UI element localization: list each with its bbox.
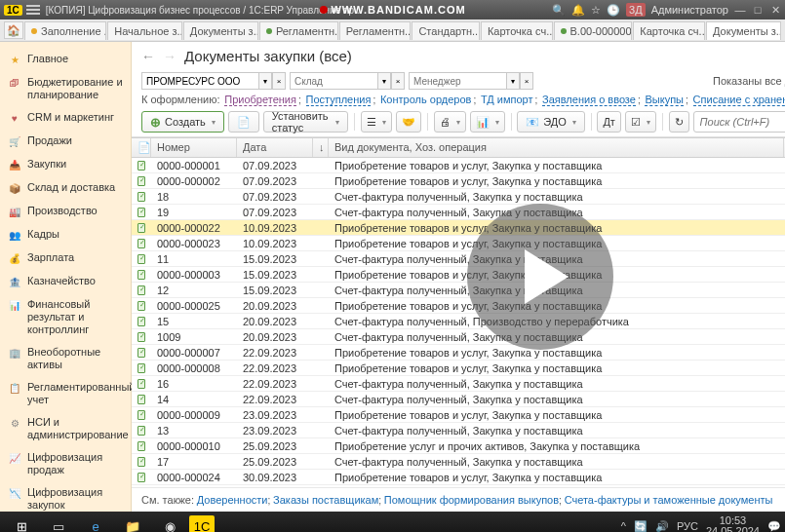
sidebar-item[interactable]: ★Главное	[0, 48, 131, 71]
link-storage[interactable]: Списание с хранения	[693, 94, 785, 106]
warehouse-clear-icon[interactable]: ×	[391, 72, 405, 90]
tab[interactable]: Стандартн...×	[412, 21, 479, 40]
warehouse-dropdown-icon[interactable]: ▾	[377, 72, 391, 90]
org-clear-icon[interactable]: ×	[272, 72, 286, 90]
sidebar-item[interactable]: 📈Цифровизация продаж	[0, 446, 131, 481]
table-row[interactable]: 1422.09.2023Счет-фактура полученный, Зак…	[132, 392, 785, 407]
edo-button[interactable]: 📧 ЭДО▾	[517, 111, 585, 133]
sidebar-item[interactable]: 📦Склад и доставка	[0, 176, 131, 200]
table-row[interactable]: 0000-00000923.09.2023Приобретение товаро…	[132, 407, 785, 423]
home-tab[interactable]: 🏠	[4, 21, 23, 39]
create-button[interactable]: ⊕Создать▾	[141, 111, 224, 133]
col-icon[interactable]: 📄	[132, 138, 151, 157]
table-row[interactable]: 0000-00001025.09.2023Приобретение услуг …	[132, 438, 785, 454]
refresh-button[interactable]: ↻	[669, 111, 689, 133]
table-row[interactable]: 0000-00002310.09.2023Приобретение товаро…	[132, 236, 785, 251]
dt-button[interactable]: Дт	[597, 111, 621, 133]
sidebar-item[interactable]: 📊Финансовый результат и контроллинг	[0, 293, 131, 341]
back-icon[interactable]: ←	[141, 49, 155, 64]
footer-link-1[interactable]: Доверенности	[197, 494, 268, 506]
data-grid[interactable]: 📄 Номер Дата ↓ Вид документа, Хоз. опера…	[132, 137, 785, 487]
table-row[interactable]: 0000-00000722.09.2023Приобретение товаро…	[132, 345, 785, 361]
history-icon[interactable]: 🕒	[607, 4, 620, 17]
chrome-icon[interactable]: ◉	[152, 513, 187, 532]
col-number[interactable]: Номер	[151, 138, 237, 157]
table-row[interactable]: 1115.09.2023Счет-фактура полученный, Зак…	[132, 251, 785, 267]
menu-icon[interactable]	[26, 5, 40, 15]
manager-filter[interactable]	[409, 72, 506, 90]
table-row[interactable]: 0000-00000107.09.2023Приобретение товаро…	[132, 158, 785, 173]
table-row[interactable]: 1622.09.2023Счет-фактура полученный, Зак…	[132, 376, 785, 392]
ie-icon[interactable]: e	[78, 513, 113, 532]
sidebar-item[interactable]: 🏭Производство	[0, 200, 131, 223]
tray-lang[interactable]: РУС	[677, 520, 698, 532]
tray-up-icon[interactable]: ^	[621, 520, 626, 532]
maximize-icon[interactable]: □	[752, 4, 764, 16]
col-date[interactable]: Дата	[237, 138, 313, 157]
print-button[interactable]: 🖨▾	[434, 111, 466, 133]
sidebar-item[interactable]: 👥Кадры	[0, 223, 131, 247]
sidebar-item[interactable]: 🏢Внеоборотные активы	[0, 341, 131, 376]
user-badge[interactable]: 3Д	[626, 3, 646, 17]
col-status[interactable]: ↓	[313, 138, 329, 157]
forward-icon[interactable]: →	[163, 49, 177, 64]
table-row[interactable]: 0000-00000822.09.2023Приобретение товаро…	[132, 361, 785, 376]
start-button[interactable]: ⊞	[4, 513, 39, 532]
search-icon[interactable]: 🔍	[552, 4, 566, 17]
sidebar-item[interactable]: 🛒Продажи	[0, 130, 131, 153]
star-icon[interactable]: ☆	[591, 4, 601, 17]
close-icon[interactable]: ✕	[769, 4, 781, 16]
tray-speaker-icon[interactable]: 🔊	[655, 520, 669, 533]
link-acquisitions[interactable]: Приобретения	[224, 94, 296, 106]
footer-link-3[interactable]: Помощник формирования выкупов	[384, 494, 559, 506]
link-buyouts[interactable]: Выкупы	[645, 94, 684, 106]
sidebar-item[interactable]: 🏦Казначейство	[0, 270, 131, 293]
footer-link-4[interactable]: Счета-фактуры и таможенные документы	[565, 494, 773, 506]
table-row[interactable]: 100920.09.2023Счет-фактура полученный, З…	[132, 329, 785, 345]
tab[interactable]: Заполнение ...×	[24, 21, 106, 40]
table-row[interactable]: 0000-00002520.09.2023Приобретение товаро…	[132, 298, 785, 314]
col-doc[interactable]: Вид документа, Хоз. операция	[329, 138, 784, 157]
sidebar-item[interactable]: 📥Закупки	[0, 153, 131, 176]
tab[interactable]: Документы з...×	[706, 21, 781, 40]
sidebar-item[interactable]: 📉Цифровизация закупок	[0, 481, 131, 516]
warehouse-filter[interactable]	[290, 72, 377, 90]
notification-icon[interactable]: 🔔	[571, 4, 585, 17]
taskbar-clock[interactable]: 10:5324.05.2024	[706, 515, 760, 532]
table-row[interactable]: 1323.09.2023Счет-фактура полученный, Зак…	[132, 423, 785, 438]
sidebar-item[interactable]: 💰Зарплата	[0, 247, 131, 270]
table-row[interactable]: 0000-00000315.09.2023Приобретение товаро…	[132, 267, 785, 283]
tray-notif-icon[interactable]: 💬	[767, 520, 781, 533]
sidebar-item[interactable]: 📋Регламентированный учет	[0, 376, 131, 411]
sidebar-item[interactable]: ⚙НСИ и администрирование	[0, 411, 131, 446]
manager-dropdown-icon[interactable]: ▾	[506, 72, 520, 90]
table-row[interactable]: 1215.09.2023Счет-фактура полученный, Зак…	[132, 283, 785, 298]
link-import-stmt[interactable]: Заявления о ввозе	[542, 94, 636, 106]
minimize-icon[interactable]: —	[734, 4, 746, 16]
table-row[interactable]: 100930.09.2023Счет-фактура полученный, З…	[132, 485, 785, 487]
search-input[interactable]	[693, 111, 785, 133]
table-row[interactable]: 0000-00002210.09.2023Приобретение товаро…	[132, 220, 785, 236]
tab[interactable]: Регламентн...×	[339, 21, 412, 40]
table-row[interactable]: 1725.09.2023Счет-фактура полученный, Зак…	[132, 454, 785, 470]
tab[interactable]: Карточка сч...×	[481, 21, 553, 40]
table-row[interactable]: 1807.09.2023Счет-фактура полученный, Зак…	[132, 189, 785, 205]
table-row[interactable]: 1520.09.2023Счет-фактура полученный, Про…	[132, 314, 785, 329]
footer-link-2[interactable]: Заказы поставщикам	[273, 494, 378, 506]
link-td-import[interactable]: ТД импорт	[481, 94, 533, 105]
explorer-icon[interactable]: 📁	[115, 513, 150, 532]
sidebar-item[interactable]: 🗊Бюджетирование и планирование	[0, 71, 131, 106]
tool-2[interactable]: 🤝	[396, 111, 421, 133]
checklist-button[interactable]: ☑▾	[625, 111, 656, 133]
set-status-button[interactable]: Установить статус▾	[263, 111, 348, 133]
tab[interactable]: Регламентн...×	[259, 21, 338, 40]
task-view-icon[interactable]: ▭	[41, 513, 76, 532]
tab[interactable]: Документы з...×	[183, 21, 258, 40]
tab[interactable]: Карточка сч...×	[633, 21, 705, 40]
tab[interactable]: Начальное з...×	[107, 21, 182, 40]
org-filter[interactable]	[141, 72, 258, 90]
link-receipts[interactable]: Поступления	[306, 94, 372, 106]
org-dropdown-icon[interactable]: ▾	[258, 72, 272, 90]
report-button[interactable]: 📊▾	[470, 111, 505, 133]
table-row[interactable]: 1907.09.2023Счет-фактура полученный, Зак…	[132, 205, 785, 220]
